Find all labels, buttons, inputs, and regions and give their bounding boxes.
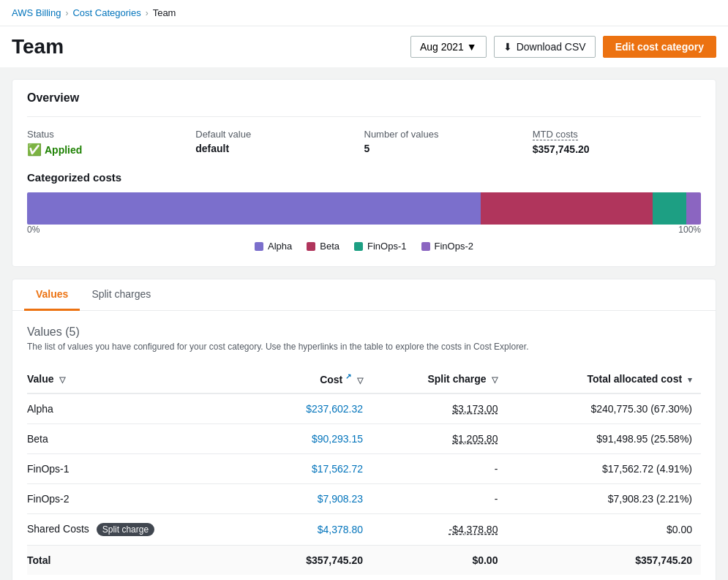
cell-total-finops1: $17,562.72 (4.91%) [506,453,701,483]
col-header-value: Value ▽ [27,366,260,393]
bar-legend: Alpha Beta FinOps-1 FinOps-2 [27,241,701,252]
table-row: FinOps-1 $17,562.72 - $17,562.72 (4.91%) [27,453,701,483]
breadcrumb-cost-categories[interactable]: Cost Categories [72,7,140,18]
header-actions: Aug 2021 ▼ ⬇ Download CSV Edit cost cate… [410,36,716,58]
download-icon: ⬇ [503,41,512,53]
main-content: Overview Status ✅ Applied Default value … [0,67,728,580]
cell-split-finops1: - [372,453,506,483]
col-header-total: Total allocated cost ▾ [506,366,701,393]
external-link-icon: ↗ [345,372,351,380]
split-charge-badge: Split charge [97,523,154,536]
cell-total-split: $0.00 [372,545,506,575]
mtd-costs-value: $357,745.20 [533,143,686,155]
default-value: default [195,143,349,154]
overview-stats: Status ✅ Applied Default value default N… [27,116,701,157]
bar-segment-alpha [27,192,481,225]
cell-total-alpha: $240,775.30 (67.30%) [506,393,701,424]
cell-split-alpha: $3,173.00 [372,393,506,424]
bar-segment-beta [481,192,653,225]
tab-values[interactable]: Values [24,279,80,311]
month-label: Aug 2021 [420,41,464,53]
tabs-card: Values Split charges Values (5) The list… [12,279,716,580]
stat-status: Status ✅ Applied [27,129,195,157]
breadcrumb-sep-2: › [146,8,149,18]
values-table: Value ▽ Cost ↗ ▽ Split charge ▽ [27,366,701,575]
table-row: Alpha $237,602.32 $3,173.00 $240,775.30 … [27,393,701,424]
legend-label-finops1: FinOps-1 [367,241,406,252]
num-values: 5 [364,143,518,154]
sort-icon-cost[interactable]: ▽ [357,376,363,385]
legend-finops2: FinOps-2 [421,241,473,252]
col-header-split-charge: Split charge ▽ [372,366,506,393]
table-row: Beta $90,293.15 $1,205.80 $91,498.95 (25… [27,423,701,453]
breadcrumb-current: Team [153,7,176,18]
overview-card-inner: Overview Status ✅ Applied Default value … [12,80,716,266]
cell-total-beta: $91,498.95 (25.58%) [506,423,701,453]
sort-icon-split[interactable]: ▽ [492,375,498,384]
edit-label: Edit cost category [615,41,704,53]
cell-total-shared: $0.00 [506,513,701,545]
default-value-label: Default value [195,129,349,140]
cell-value-finops1: FinOps-1 [27,453,260,483]
legend-finops1: FinOps-1 [354,241,406,252]
cell-total-finops2: $7,908.23 (2.21%) [506,483,701,513]
values-subtitle: The list of values you have configured f… [27,342,701,352]
bar-label-0: 0% [27,225,40,235]
legend-color-finops2 [421,242,430,251]
bar-chart-title: Categorized costs [27,171,701,184]
check-icon: ✅ [27,143,42,157]
legend-alpha: Alpha [255,241,292,252]
cell-cost-finops1[interactable]: $17,562.72 [260,453,372,483]
values-count: (5) [65,325,80,338]
page-title: Team [12,35,64,59]
month-selector[interactable]: Aug 2021 ▼ [410,36,487,58]
legend-color-alpha [255,242,263,251]
overview-card: Overview Status ✅ Applied Default value … [12,79,716,267]
cell-split-beta: $1,205.80 [372,423,506,453]
bar-segment-finops2 [686,192,701,225]
bar-chart [27,192,701,225]
categorized-costs-section: Categorized costs 0% 100% [27,171,701,252]
table-row: FinOps-2 $7,908.23 - $7,908.23 (2.21%) [27,483,701,513]
cell-total-label: Total [27,545,260,575]
cell-total-total: $357,745.20 [506,545,701,575]
download-label: Download CSV [517,41,586,53]
cell-split-finops2: - [372,483,506,513]
table-total-row: Total $357,745.20 $0.00 $357,745.20 [27,545,701,575]
edit-cost-category-button[interactable]: Edit cost category [603,36,716,58]
stat-num-values: Number of values 5 [364,129,533,157]
sort-icon-value[interactable]: ▽ [59,375,65,384]
legend-beta: Beta [307,241,339,252]
breadcrumb-aws-billing[interactable]: AWS Billing [12,7,61,18]
table-row: Shared Costs Split charge $4,378.80 -$4,… [27,513,701,545]
cell-cost-shared[interactable]: $4,378.80 [260,513,372,545]
legend-label-beta: Beta [320,241,339,252]
bar-chart-container: 0% 100% [27,192,701,235]
mtd-costs-label: MTD costs [533,129,686,140]
tab-split-charges[interactable]: Split charges [80,279,162,311]
cell-cost-finops2[interactable]: $7,908.23 [260,483,372,513]
breadcrumb-sep-1: › [65,8,68,18]
cell-value-finops2: FinOps-2 [27,483,260,513]
cell-value-shared: Shared Costs Split charge [27,513,260,545]
page-header: Team Aug 2021 ▼ ⬇ Download CSV Edit cost… [0,26,728,67]
table-header-row: Value ▽ Cost ↗ ▽ Split charge ▽ [27,366,701,393]
download-csv-button[interactable]: ⬇ Download CSV [494,36,596,58]
values-table-title: Values (5) [27,325,701,339]
status-value: ✅ Applied [27,143,181,157]
legend-label-finops2: FinOps-2 [435,241,473,252]
cell-total-cost: $357,745.20 [260,545,372,575]
bar-segment-finops1 [653,192,686,225]
legend-color-beta [307,242,315,251]
overview-title: Overview [27,91,701,105]
bar-label-100: 100% [678,225,701,235]
cell-value-alpha: Alpha [27,393,260,424]
stat-default-value: Default value default [195,129,364,157]
chevron-down-icon: ▼ [467,41,477,53]
cell-cost-beta[interactable]: $90,293.15 [260,423,372,453]
status-label: Status [27,129,181,140]
status-text: Applied [45,144,82,156]
cell-cost-alpha[interactable]: $237,602.32 [260,393,372,424]
stat-mtd-costs: MTD costs $357,745.20 [533,129,701,157]
sort-icon-total[interactable]: ▾ [688,375,692,384]
